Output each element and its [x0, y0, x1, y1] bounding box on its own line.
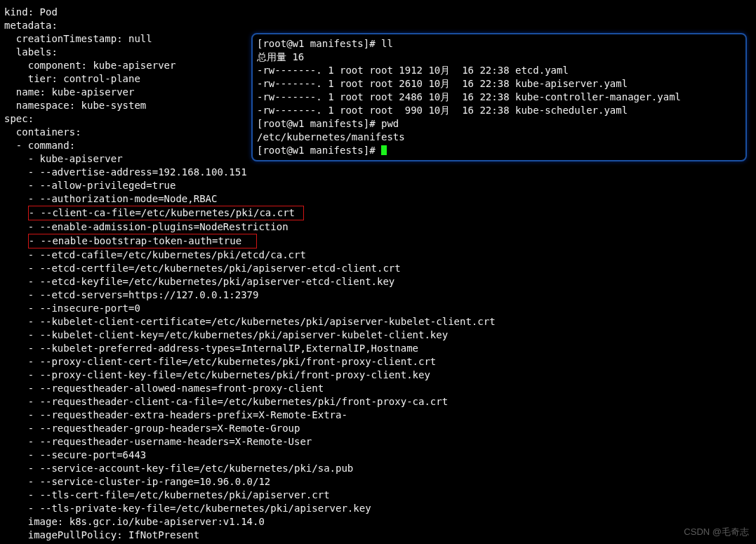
yaml-line: metadata: — [4, 19, 496, 32]
yaml-line: - --requestheader-username-headers=X-Rem… — [4, 435, 496, 449]
terminal-line: -rw-------. 1 root root 990 10月 16 22:38… — [257, 104, 741, 117]
terminal-line: -rw-------. 1 root root 1912 10月 16 22:3… — [257, 64, 741, 77]
yaml-line: - --enable-bootstrap-token-auth=true — [4, 234, 496, 248]
terminal-line: [root@w1 manifests]# ll — [257, 37, 741, 51]
yaml-line: - --requestheader-client-ca-file=/etc/ku… — [4, 395, 496, 409]
cursor-icon — [381, 145, 387, 155]
yaml-line: imagePullPolicy: IfNotPresent — [4, 529, 496, 542]
yaml-line: - --authorization-mode=Node,RBAC — [4, 192, 496, 206]
yaml-line: image: k8s.gcr.io/kube-apiserver:v1.14.0 — [4, 515, 496, 529]
terminal-line: [root@w1 manifests]# pwd — [257, 117, 741, 131]
yaml-line: - --client-ca-file=/etc/kubernetes/pki/c… — [4, 206, 496, 220]
yaml-line: - --etcd-keyfile=/etc/kubernetes/pki/api… — [4, 275, 496, 288]
watermark-text: CSDN @毛奇志 — [684, 525, 749, 538]
terminal-line: -rw-------. 1 root root 2486 10月 16 22:3… — [257, 91, 741, 104]
terminal-line: /etc/kubernetes/manifests — [257, 131, 741, 144]
highlighted-arg: - --client-ca-file=/etc/kubernetes/pki/c… — [28, 206, 305, 220]
yaml-line: - --kubelet-client-certificate=/etc/kube… — [4, 315, 496, 329]
yaml-line: - --enable-admission-plugins=NodeRestric… — [4, 220, 496, 234]
yaml-line: - --kubelet-preferred-address-types=Inte… — [4, 342, 496, 355]
yaml-line: kind: Pod — [4, 6, 496, 19]
yaml-line: - --tls-cert-file=/etc/kubernetes/pki/ap… — [4, 489, 496, 502]
yaml-line: - --service-cluster-ip-range=10.96.0.0/1… — [4, 475, 496, 489]
yaml-line: - --etcd-servers=https://127.0.0.1:2379 — [4, 288, 496, 302]
yaml-line: - --advertise-address=192.168.100.151 — [4, 166, 496, 179]
terminal-line: [root@w1 manifests]# — [257, 144, 741, 157]
terminal-line: 总用量 16 — [257, 51, 741, 64]
yaml-line: - --etcd-certfile=/etc/kubernetes/pki/ap… — [4, 262, 496, 275]
yaml-line: - --requestheader-extra-headers-prefix=X… — [4, 409, 496, 422]
terminal-popup: [root@w1 manifests]# ll 总用量 16 -rw------… — [251, 33, 747, 161]
terminal-line: -rw-------. 1 root root 2610 10月 16 22:3… — [257, 77, 741, 91]
yaml-line: - --insecure-port=0 — [4, 302, 496, 315]
yaml-line: - --allow-privileged=true — [4, 179, 496, 192]
yaml-line: - --proxy-client-key-file=/etc/kubernete… — [4, 369, 496, 382]
yaml-line: - --tls-private-key-file=/etc/kubernetes… — [4, 502, 496, 515]
highlighted-arg: - --enable-bootstrap-token-auth=true — [28, 234, 257, 248]
yaml-line: - --proxy-client-cert-file=/etc/kubernet… — [4, 355, 496, 369]
yaml-line: - --requestheader-group-headers=X-Remote… — [4, 422, 496, 435]
yaml-line: - --etcd-cafile=/etc/kubernetes/pki/etcd… — [4, 248, 496, 262]
yaml-line: - --requestheader-allowed-names=front-pr… — [4, 382, 496, 395]
yaml-line: - --secure-port=6443 — [4, 449, 496, 462]
yaml-line: - --kubelet-client-key=/etc/kubernetes/p… — [4, 329, 496, 342]
yaml-line: - --service-account-key-file=/etc/kubern… — [4, 462, 496, 475]
